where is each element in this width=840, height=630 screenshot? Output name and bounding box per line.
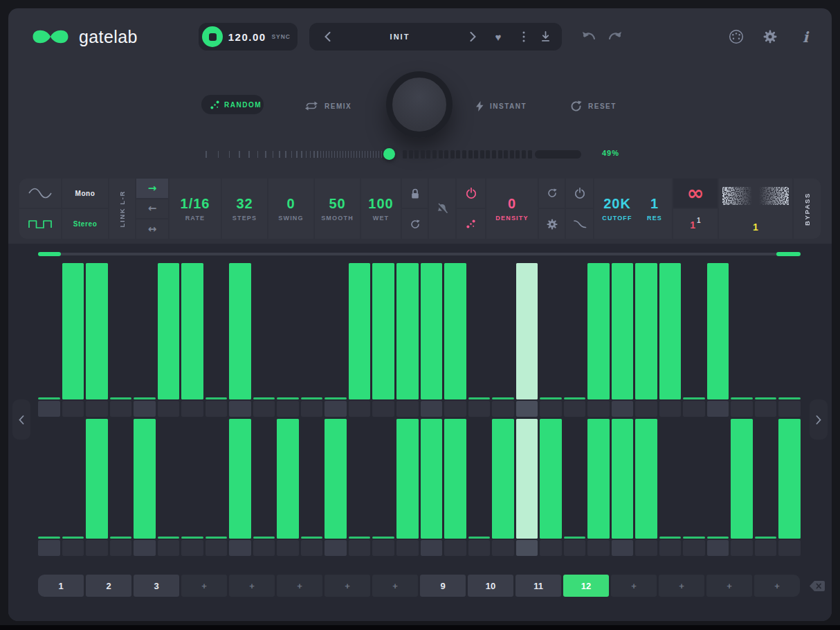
- step-pad[interactable]: [516, 401, 538, 417]
- step-pad[interactable]: [421, 540, 443, 556]
- filter-settings-button[interactable]: [539, 209, 565, 239]
- step-pad[interactable]: [396, 401, 419, 417]
- main-knob[interactable]: [386, 71, 453, 138]
- seq-step-top-18[interactable]: [444, 263, 466, 417]
- step-pad[interactable]: [349, 540, 371, 556]
- seq-step-bottom-15[interactable]: [372, 419, 394, 556]
- seq-step-bottom-13[interactable]: [325, 419, 347, 556]
- pattern-slot-8[interactable]: +: [372, 575, 418, 597]
- seq-step-top-19[interactable]: [468, 263, 491, 417]
- preset-name[interactable]: INIT: [355, 33, 445, 41]
- channel-mono-button[interactable]: Mono: [62, 179, 108, 208]
- seq-step-top-25[interactable]: [612, 263, 634, 417]
- step-pad[interactable]: [38, 401, 60, 417]
- pattern-slot-10[interactable]: 10: [468, 575, 513, 597]
- seq-step-bottom-10[interactable]: [253, 419, 275, 556]
- seq-step-top-7[interactable]: [181, 263, 203, 417]
- pattern-slot-3[interactable]: 3: [134, 575, 179, 597]
- seq-step-bottom-21[interactable]: [516, 419, 538, 556]
- seq-step-top-23[interactable]: [564, 263, 586, 417]
- step-pad[interactable]: [612, 540, 634, 556]
- step-pad[interactable]: [778, 401, 801, 417]
- step-pad[interactable]: [206, 540, 228, 556]
- seq-step-top-3[interactable]: [86, 263, 108, 417]
- step-pad[interactable]: [707, 401, 729, 417]
- info-button[interactable]: i: [797, 28, 814, 45]
- step-pad[interactable]: [540, 401, 562, 417]
- pattern-slot-16[interactable]: +: [754, 575, 800, 597]
- step-pad[interactable]: [635, 540, 657, 556]
- density-random-button[interactable]: [457, 209, 485, 239]
- seq-step-bottom-18[interactable]: [444, 419, 466, 556]
- save-preset-button[interactable]: [535, 23, 556, 51]
- step-pad[interactable]: [86, 540, 108, 556]
- seq-step-bottom-29[interactable]: [707, 419, 729, 556]
- step-pad[interactable]: [158, 540, 180, 556]
- step-pad[interactable]: [206, 401, 228, 417]
- seq-step-bottom-8[interactable]: [206, 419, 228, 556]
- seq-step-bottom-1[interactable]: [38, 419, 60, 556]
- step-pad[interactable]: [62, 401, 84, 417]
- seq-step-bottom-31[interactable]: [755, 419, 777, 556]
- step-pad[interactable]: [516, 540, 538, 556]
- step-pad[interactable]: [86, 401, 108, 417]
- step-pad[interactable]: [325, 401, 347, 417]
- seq-step-top-11[interactable]: [277, 263, 299, 417]
- step-pad[interactable]: [778, 540, 801, 556]
- seq-step-top-1[interactable]: [38, 263, 60, 417]
- step-pad[interactable]: [110, 540, 132, 556]
- pattern-slot-2[interactable]: 2: [86, 575, 131, 597]
- step-pad[interactable]: [158, 401, 180, 417]
- seq-step-top-30[interactable]: [731, 263, 753, 417]
- step-pad[interactable]: [349, 401, 371, 417]
- step-pad[interactable]: [229, 540, 251, 556]
- channel-stereo-button[interactable]: Stereo: [62, 209, 108, 239]
- seq-step-top-9[interactable]: [229, 263, 251, 417]
- loop-range-bar[interactable]: [38, 252, 801, 256]
- filter-controls[interactable]: 20K CUTOFF 1 RES: [594, 179, 672, 239]
- instant-button[interactable]: INSTANT: [476, 99, 527, 113]
- step-pad[interactable]: [253, 540, 275, 556]
- res-control[interactable]: 1 RES: [639, 179, 670, 239]
- step-pad[interactable]: [253, 401, 275, 417]
- filter-slope-button[interactable]: [566, 209, 593, 239]
- step-pad[interactable]: [301, 401, 323, 417]
- seq-step-top-16[interactable]: [396, 263, 419, 417]
- wave-square-button[interactable]: [19, 209, 61, 239]
- seq-step-top-24[interactable]: [587, 263, 610, 417]
- seq-step-top-14[interactable]: [349, 263, 371, 417]
- step-pad[interactable]: [468, 401, 491, 417]
- step-pad[interactable]: [325, 540, 347, 556]
- mute-bell-button[interactable]: [429, 179, 455, 239]
- step-pad[interactable]: [755, 401, 777, 417]
- step-pad[interactable]: [659, 401, 682, 417]
- bpm-value[interactable]: 120.00: [223, 31, 271, 43]
- step-pad[interactable]: [444, 540, 466, 556]
- favorite-button[interactable]: ♥: [488, 23, 509, 51]
- link-lr-toggle[interactable]: LINK L-R: [109, 179, 135, 239]
- settings-button[interactable]: [762, 28, 778, 45]
- step-pad[interactable]: [587, 401, 610, 417]
- step-pad[interactable]: [731, 540, 753, 556]
- seq-step-bottom-25[interactable]: [612, 419, 634, 556]
- slider-handle[interactable]: [383, 148, 395, 160]
- seq-step-top-31[interactable]: [755, 263, 777, 417]
- smooth-control[interactable]: 50 SMOOTH: [315, 179, 360, 239]
- seq-step-bottom-7[interactable]: [181, 419, 203, 556]
- wave-sine-button[interactable]: [19, 179, 61, 208]
- step-pad[interactable]: [635, 401, 657, 417]
- midi-settings-button[interactable]: [728, 28, 745, 45]
- step-pad[interactable]: [683, 540, 705, 556]
- step-pad[interactable]: [421, 401, 443, 417]
- direction-pingpong-button[interactable]: ↔: [136, 219, 168, 239]
- pattern-slot-13[interactable]: +: [611, 575, 657, 597]
- random-amount-slider[interactable]: [204, 146, 581, 163]
- random-button[interactable]: RANDOM: [201, 95, 264, 114]
- step-pad[interactable]: [277, 540, 299, 556]
- pattern-slot-14[interactable]: +: [659, 575, 704, 597]
- seq-step-top-21[interactable]: [516, 263, 538, 417]
- seq-step-bottom-2[interactable]: [62, 419, 84, 556]
- seq-step-bottom-9[interactable]: [229, 419, 251, 556]
- density-power-button[interactable]: [457, 179, 485, 208]
- redo-button[interactable]: [608, 31, 624, 44]
